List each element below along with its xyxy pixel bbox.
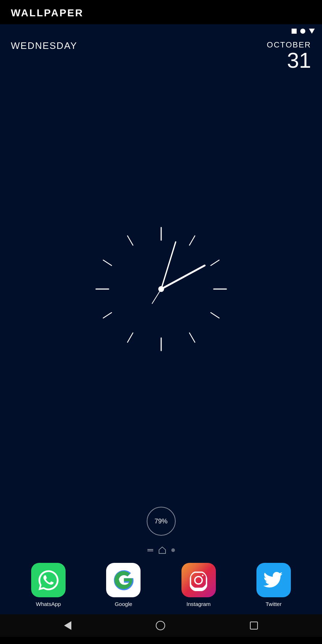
svg-line-7 [127,333,133,342]
google-icon[interactable] [106,563,141,597]
system-nav [0,614,322,637]
svg-line-15 [152,289,161,304]
back-button[interactable] [64,621,71,630]
instagram-icon[interactable] [181,563,216,597]
date-area: WEDNESDAY OCTOBER 31 [0,37,322,71]
menu-icon [147,549,153,551]
date-number: 31 [287,48,311,72]
svg-line-5 [189,333,195,342]
apps-row: WhatsApp Google [0,557,322,614]
app-item-google[interactable]: Google [106,563,141,607]
svg-line-1 [189,236,195,245]
whatsapp-label: WhatsApp [36,601,61,607]
svg-marker-16 [159,547,166,553]
instagram-label: Instagram [187,601,211,607]
top-bar: WALLPAPER [0,0,322,24]
status-triangle-icon [309,29,315,34]
status-square-icon [292,29,297,34]
day-of-week: WEDNESDAY [11,40,78,51]
svg-line-10 [103,260,112,265]
svg-line-2 [211,260,219,265]
app-item-twitter[interactable]: Twitter [256,563,291,607]
screen-wrapper: WEDNESDAY OCTOBER 31 [0,24,322,644]
status-bar [0,24,322,37]
home-button[interactable] [156,621,165,630]
svg-line-4 [211,313,219,318]
svg-line-8 [103,313,112,318]
month-date: OCTOBER 31 [267,40,311,71]
whatsapp-icon[interactable] [31,563,66,597]
phone-screen: WEDNESDAY OCTOBER 31 [0,24,322,637]
recents-button[interactable] [250,622,258,630]
battery-percentage: 79% [147,507,176,536]
app-container: WALLPAPER WEDNESDAY OCTOBER 31 [0,0,322,644]
analog-clock [85,213,237,365]
twitter-icon[interactable] [256,563,291,597]
nav-dots [0,543,322,557]
battery-area: 79% [0,503,322,543]
status-circle-icon [300,29,305,34]
app-item-whatsapp[interactable]: WhatsApp [31,563,66,607]
twitter-label: Twitter [265,601,281,607]
app-item-instagram[interactable]: Instagram [181,563,216,607]
clock-container [0,71,322,503]
home-dot-icon [159,547,166,554]
page-title: WALLPAPER [11,7,84,18]
svg-line-11 [127,236,133,245]
page-indicator-icon [171,548,175,552]
google-label: Google [115,601,132,607]
